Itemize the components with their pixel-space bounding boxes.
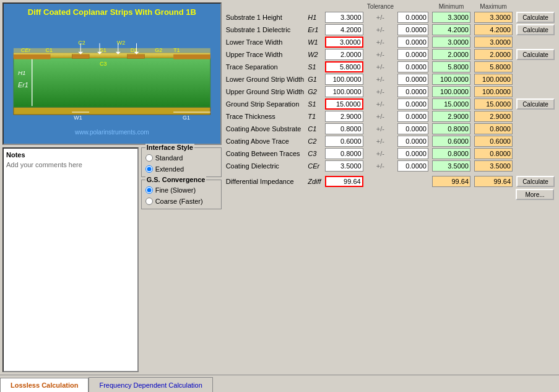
param-tol-input[interactable] bbox=[397, 61, 428, 72]
svg-text:C3: C3 bbox=[100, 61, 106, 67]
param-value-input[interactable] bbox=[325, 49, 363, 60]
param-min-input[interactable] bbox=[432, 74, 470, 85]
param-max-input[interactable] bbox=[474, 24, 513, 35]
param-value-cell bbox=[323, 160, 365, 172]
param-min-input[interactable] bbox=[432, 12, 470, 23]
zdiff-calculate-button[interactable]: Calculate bbox=[516, 176, 555, 187]
param-value-input[interactable] bbox=[325, 123, 363, 134]
extended-radio[interactable] bbox=[145, 165, 153, 173]
param-value-input[interactable] bbox=[325, 86, 363, 97]
param-tol-input[interactable] bbox=[397, 12, 428, 23]
zdiff-calc-cell: Calculate bbox=[514, 172, 557, 188]
fine-radio-row[interactable]: Fine (Slower) bbox=[145, 186, 217, 194]
param-min-cell bbox=[430, 160, 472, 172]
svg-rect-4 bbox=[173, 54, 210, 59]
standard-radio-row[interactable]: Standard bbox=[145, 154, 217, 162]
param-min-cell bbox=[430, 135, 472, 147]
tab-lossless[interactable]: Lossless Calculation bbox=[0, 378, 89, 392]
param-max-input[interactable] bbox=[474, 148, 513, 159]
param-max-input[interactable] bbox=[474, 98, 513, 110]
param-min-input[interactable] bbox=[432, 160, 470, 172]
param-min-input[interactable] bbox=[432, 86, 470, 97]
param-min-input[interactable] bbox=[432, 111, 470, 122]
param-min-input[interactable] bbox=[432, 49, 470, 60]
param-min-input[interactable] bbox=[432, 98, 470, 110]
fine-label: Fine (Slower) bbox=[155, 186, 196, 194]
param-value-input[interactable] bbox=[325, 160, 363, 172]
param-tol-label: +/- bbox=[365, 24, 396, 36]
calculate-button-7[interactable]: Calculate bbox=[516, 98, 555, 110]
param-value-input[interactable] bbox=[325, 148, 363, 159]
tab-frequency[interactable]: Frequency Dependent Calculation bbox=[89, 377, 212, 392]
svg-rect-1 bbox=[14, 58, 210, 107]
param-max-input[interactable] bbox=[474, 61, 513, 72]
param-value-input[interactable] bbox=[325, 136, 363, 147]
param-max-input[interactable] bbox=[474, 123, 513, 134]
param-max-cell bbox=[472, 98, 514, 110]
param-max-input[interactable] bbox=[474, 49, 513, 60]
calculate-button-1[interactable]: Calculate bbox=[516, 24, 555, 35]
calculate-button-3[interactable]: Calculate bbox=[516, 49, 555, 60]
param-max-input[interactable] bbox=[474, 136, 513, 147]
param-max-input[interactable] bbox=[474, 86, 513, 97]
fine-radio[interactable] bbox=[145, 186, 153, 194]
param-tol-input[interactable] bbox=[397, 74, 428, 85]
param-min-input[interactable] bbox=[432, 136, 470, 147]
zdiff-value-input[interactable] bbox=[325, 176, 363, 187]
extended-radio-row[interactable]: Extended bbox=[145, 165, 217, 173]
more-button[interactable]: More... bbox=[516, 189, 554, 200]
calculate-button-0[interactable]: Calculate bbox=[516, 12, 555, 23]
params-tbody: Substrate 1 Height H1 +/- Calculate Subs… bbox=[224, 11, 557, 172]
params-table: Tolerance Minimum Maximum Substrate 1 He… bbox=[224, 2, 557, 201]
param-max-input[interactable] bbox=[474, 12, 513, 23]
param-symbol: CEr bbox=[306, 160, 323, 172]
param-tol-cell bbox=[396, 48, 430, 61]
tab-bar: Lossless Calculation Frequency Dependent… bbox=[0, 375, 559, 392]
param-value-input[interactable] bbox=[325, 61, 363, 72]
param-label: Trace Thickness bbox=[224, 110, 306, 123]
param-max-input[interactable] bbox=[474, 160, 513, 172]
param-value-input[interactable] bbox=[325, 12, 363, 23]
param-max-input[interactable] bbox=[474, 74, 513, 85]
param-tol-input[interactable] bbox=[397, 86, 428, 97]
param-tol-input[interactable] bbox=[397, 160, 428, 172]
param-tol-input[interactable] bbox=[397, 111, 428, 122]
param-tol-input[interactable] bbox=[397, 49, 428, 60]
svg-text:G1: G1 bbox=[183, 115, 190, 121]
svg-text:Er1: Er1 bbox=[18, 81, 28, 89]
param-tol-input[interactable] bbox=[397, 24, 428, 35]
param-max-cell bbox=[472, 61, 514, 73]
coarse-radio[interactable] bbox=[145, 198, 153, 205]
standard-radio[interactable] bbox=[145, 154, 153, 162]
param-tol-input[interactable] bbox=[397, 98, 428, 110]
param-tol-input[interactable] bbox=[397, 123, 428, 134]
param-min-input[interactable] bbox=[432, 61, 470, 72]
param-value-input[interactable] bbox=[325, 111, 363, 122]
param-min-input[interactable] bbox=[432, 37, 470, 48]
param-min-input[interactable] bbox=[432, 148, 470, 159]
param-tol-label: +/- bbox=[365, 135, 396, 147]
param-value-input[interactable] bbox=[325, 24, 363, 35]
param-value-input[interactable] bbox=[325, 37, 363, 48]
zdiff-min-input[interactable] bbox=[432, 176, 470, 187]
zdiff-max-input[interactable] bbox=[474, 176, 513, 187]
param-value-input[interactable] bbox=[325, 98, 363, 110]
left-panel: Diff Coated Coplanar Strips With Ground … bbox=[2, 2, 222, 372]
param-max-input[interactable] bbox=[474, 111, 513, 122]
param-value-input[interactable] bbox=[325, 74, 363, 85]
param-calc-cell bbox=[514, 73, 557, 85]
table-row: Coating Above Substrate C1 +/- bbox=[224, 123, 557, 135]
param-tol-input[interactable] bbox=[397, 148, 428, 159]
svg-rect-6 bbox=[128, 54, 145, 59]
param-min-input[interactable] bbox=[432, 123, 470, 134]
param-calc-cell: Calculate bbox=[514, 11, 557, 24]
coarse-radio-row[interactable]: Coarse (Faster) bbox=[145, 198, 217, 205]
param-max-cell bbox=[472, 73, 514, 85]
param-tol-label: +/- bbox=[365, 110, 396, 123]
param-tol-input[interactable] bbox=[397, 136, 428, 147]
param-max-cell bbox=[472, 11, 514, 24]
param-tol-input[interactable] bbox=[397, 37, 428, 48]
param-max-input[interactable] bbox=[474, 37, 513, 48]
param-min-input[interactable] bbox=[432, 24, 470, 35]
col-btn bbox=[514, 2, 557, 11]
